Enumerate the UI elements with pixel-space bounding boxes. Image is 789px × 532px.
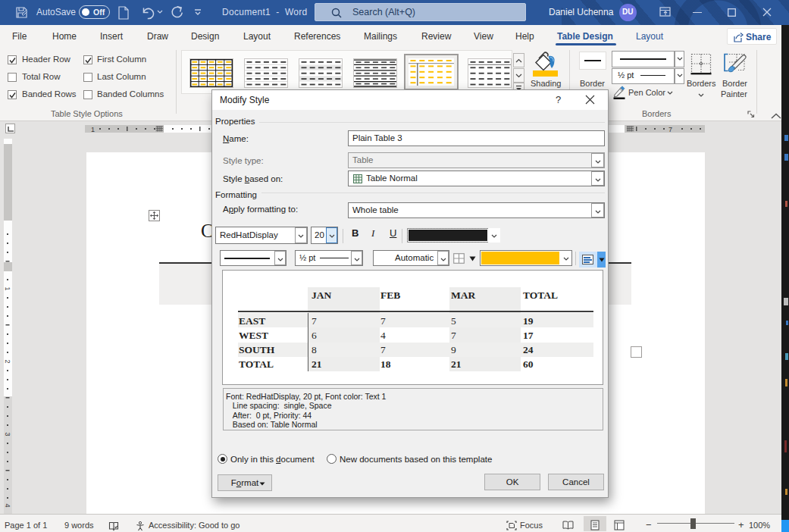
svg-text:7: 7	[668, 126, 672, 133]
svg-text:2: 2	[4, 360, 11, 364]
svg-text:1: 1	[91, 126, 95, 133]
svg-text:3: 3	[4, 433, 11, 437]
svg-text:4: 4	[4, 504, 11, 508]
svg-text:1: 1	[4, 287, 11, 291]
